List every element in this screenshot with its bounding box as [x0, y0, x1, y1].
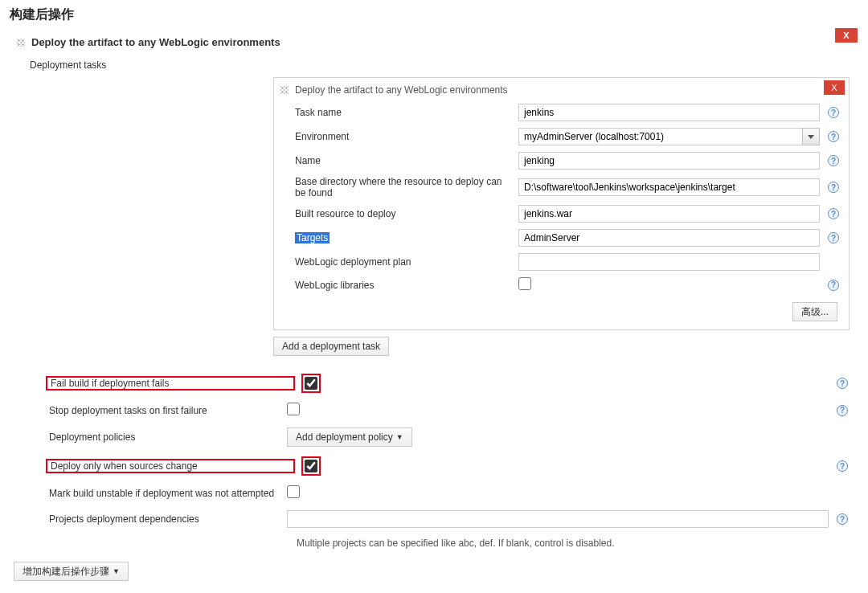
deployment-task: Deploy the artifact to any WebLogic envi… [273, 77, 850, 330]
add-deployment-policy-button[interactable]: Add deployment policy ▼ [287, 427, 412, 447]
add-policy-label: Add deployment policy [296, 431, 393, 443]
help-icon[interactable]: ? [837, 460, 848, 472]
add-task-row: Add a deployment task [273, 330, 850, 364]
help-icon[interactable]: ? [828, 182, 839, 193]
input-plan[interactable] [518, 253, 820, 271]
chevron-down-icon[interactable] [802, 128, 820, 145]
section-header: Deploy the artifact to any WebLogic envi… [12, 30, 856, 55]
footer-row: 增加构建后操作步骤 ▼ [12, 557, 856, 587]
row-plan: WebLogic deployment plan [279, 250, 844, 274]
row-task-name: Task name ? [279, 100, 844, 125]
input-base-dir[interactable] [518, 178, 820, 196]
label-only-changes: Deploy only when sources change [46, 459, 295, 473]
add-deployment-task-button[interactable]: Add a deployment task [273, 337, 389, 356]
task-title: Deploy the artifact to any WebLogic envi… [295, 84, 508, 96]
label-dependencies: Projects deployment dependencies [31, 513, 280, 525]
tasks-area: Deploy the artifact to any WebLogic envi… [30, 77, 856, 364]
tasks-right: Deploy the artifact to any WebLogic envi… [273, 77, 850, 364]
label-built-res: Built resource to deploy [295, 208, 512, 219]
help-icon[interactable]: ? [828, 232, 839, 243]
caret-down-icon: ▼ [113, 567, 120, 575]
row-name: Name ? [279, 149, 844, 173]
checkbox-stop-first[interactable] [287, 403, 300, 415]
help-icon[interactable]: ? [837, 513, 848, 525]
page-title: 构建后操作 [0, 0, 868, 33]
input-dependencies[interactable] [287, 510, 829, 528]
caret-down-icon: ▼ [396, 433, 403, 441]
label-stop-first: Stop deployment tasks on first failure [31, 405, 280, 416]
select-environment[interactable] [518, 128, 820, 145]
row-targets: Targets ? [279, 226, 844, 250]
section-body: Deployment tasks Deploy the artifact to … [12, 55, 856, 557]
input-targets[interactable] [518, 229, 820, 247]
help-icon[interactable]: ? [837, 405, 848, 416]
label-policies: Deployment policies [31, 431, 280, 443]
deployment-tasks-label: Deployment tasks [30, 55, 856, 77]
row-environment: Environment ? [279, 125, 844, 149]
help-icon[interactable]: ? [828, 107, 839, 118]
label-base-dir: Base directory where the resource to dep… [295, 176, 512, 198]
row-mark-unstable: Mark build unstable if deployment was no… [31, 481, 850, 505]
task-close-button[interactable]: X [824, 80, 845, 95]
input-name[interactable] [518, 152, 820, 170]
options-block: Fail build if deployment fails ? Stop de… [30, 364, 856, 557]
drag-handle-icon[interactable] [280, 86, 289, 94]
label-environment: Environment [295, 131, 512, 142]
row-base-dir: Base directory where the resource to dep… [279, 173, 844, 202]
label-task-name: Task name [295, 107, 512, 118]
row-only-changes: Deploy only when sources change ? [31, 452, 850, 481]
row-libs: WebLogic libraries ? [279, 274, 844, 296]
help-icon[interactable]: ? [828, 280, 839, 291]
label-targets: Targets [295, 232, 512, 243]
row-fail-build: Fail build if deployment fails ? [31, 369, 850, 398]
tasks-left-spacer [30, 77, 267, 364]
label-mark-unstable: Mark build unstable if deployment was no… [31, 488, 280, 499]
label-fail-build: Fail build if deployment fails [46, 376, 295, 391]
help-icon[interactable]: ? [837, 378, 848, 389]
checkbox-only-changes[interactable] [305, 460, 317, 472]
row-dependencies: Projects deployment dependencies ? [31, 505, 850, 533]
dependencies-hint: Multiple projects can be specified like … [31, 533, 850, 557]
post-build-section: Deploy the artifact to any WebLogic envi… [11, 29, 857, 588]
checkbox-libs[interactable] [518, 277, 531, 290]
add-post-build-step-button[interactable]: 增加构建后操作步骤 ▼ [14, 562, 129, 581]
input-task-name[interactable] [518, 104, 820, 121]
task-header: Deploy the artifact to any WebLogic envi… [279, 81, 844, 100]
checkbox-mark-unstable[interactable] [287, 485, 300, 498]
advanced-button[interactable]: 高级... [792, 302, 837, 321]
select-environment-value[interactable] [518, 128, 802, 145]
label-plan: WebLogic deployment plan [295, 256, 512, 268]
row-built-res: Built resource to deploy ? [279, 202, 844, 226]
help-icon[interactable]: ? [828, 155, 839, 166]
add-post-build-step-label: 增加构建后操作步骤 [23, 565, 109, 579]
row-policies: Deployment policies Add deployment polic… [31, 423, 850, 452]
row-stop-first: Stop deployment tasks on first failure ? [31, 398, 850, 423]
label-name: Name [295, 155, 512, 166]
advanced-row: 高级... [279, 296, 844, 323]
drag-handle-icon[interactable] [17, 39, 25, 47]
section-close-button[interactable]: X [835, 28, 858, 43]
help-icon[interactable]: ? [828, 208, 839, 219]
section-title: Deploy the artifact to any WebLogic envi… [31, 36, 280, 48]
label-libs: WebLogic libraries [295, 280, 512, 291]
checkbox-fail-build[interactable] [305, 377, 317, 390]
help-icon[interactable]: ? [828, 131, 839, 142]
input-built-res[interactable] [518, 205, 820, 223]
page-root: 构建后操作 Deploy the artifact to any WebLogi… [0, 0, 868, 593]
